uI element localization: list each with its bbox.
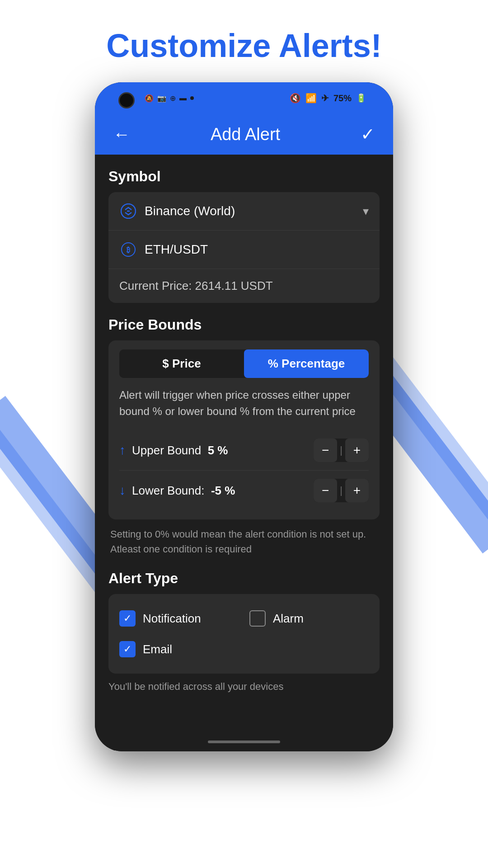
lower-bound-arrow-icon: ↓ — [119, 483, 126, 498]
confirm-button[interactable]: ✓ — [361, 124, 375, 144]
symbol-card: Binance (World) ▾ ₿ ETH/USDT Current — [108, 192, 380, 303]
email-group: ✓ Email — [119, 641, 369, 657]
mute-icon: 🔇 — [290, 93, 301, 104]
battery-text: 75% — [333, 93, 352, 104]
lower-bound-decrease-button[interactable]: − — [314, 479, 337, 502]
upper-bound-label: Upper Bound 5 % — [132, 443, 307, 458]
price-type-tabs: $ Price % Percentage — [119, 349, 369, 378]
battery-icon: 🔋 — [356, 93, 366, 103]
pair-name: ETH/USDT — [145, 242, 369, 257]
current-price-row: Current Price: 2614.11 USDT — [108, 269, 380, 303]
crypto-icon: ₿ — [119, 241, 137, 259]
tab-price[interactable]: $ Price — [119, 349, 244, 378]
price-bounds-description: Alert will trigger when price crosses ei… — [119, 387, 369, 420]
alarm-group: Alarm — [249, 610, 369, 627]
pair-row[interactable]: ₿ ETH/USDT — [108, 231, 380, 269]
alarm-checkbox[interactable] — [249, 610, 266, 627]
lower-bound-increase-button[interactable]: + — [345, 479, 369, 502]
stepper-divider: | — [337, 444, 345, 456]
price-bounds-title: Price Bounds — [108, 316, 380, 333]
alert-type-title: Alert Type — [108, 570, 380, 587]
status-bar: 🔕 📷 ⊕ ▬ 🔇 📶 ✈ 75% 🔋 — [95, 82, 393, 114]
email-label: Email — [143, 642, 172, 656]
camera-hole — [118, 92, 135, 108]
email-row: ✓ Email — [119, 634, 369, 665]
page-title: Customize Alerts! — [106, 27, 381, 64]
lower-bound-row: ↓ Lower Bound: -5 % − | + — [119, 471, 369, 510]
lower-bound-stepper: − | + — [314, 479, 369, 502]
exchange-icon — [119, 202, 137, 220]
lower-bound-label: Lower Bound: -5 % — [132, 484, 307, 498]
email-checkbox[interactable]: ✓ — [119, 641, 136, 657]
upper-bound-arrow-icon: ↑ — [119, 443, 126, 458]
back-button[interactable]: ← — [113, 125, 130, 144]
dropdown-icon[interactable]: ▾ — [363, 204, 369, 218]
app-bar-title: Add Alert — [211, 125, 280, 144]
notification-checkbox[interactable]: ✓ — [119, 610, 136, 627]
screen-content: Symbol Binance (World) ▾ — [95, 155, 393, 751]
airplane-icon: ✈ — [321, 93, 329, 104]
current-price-text: Current Price: 2614.11 USDT — [119, 279, 273, 292]
stepper-divider-2: | — [337, 485, 345, 496]
status-right-icons: 🔇 📶 ✈ 75% 🔋 — [290, 93, 366, 104]
upper-bound-stepper: − | + — [314, 439, 369, 462]
notification-hint-text: You'll be notified across all your devic… — [108, 681, 380, 693]
home-bar — [208, 741, 280, 743]
tab-percentage[interactable]: % Percentage — [244, 349, 369, 378]
symbol-section-title: Symbol — [108, 168, 380, 185]
bounds-hint-text: Setting to 0% would mean the alert condi… — [108, 527, 380, 557]
upper-bound-decrease-button[interactable]: − — [314, 439, 337, 462]
notification-group: ✓ Notification — [119, 610, 239, 627]
upper-bound-row: ↑ Upper Bound 5 % − | + — [119, 430, 369, 471]
notification-alarm-row: ✓ Notification Alarm — [119, 603, 369, 634]
alert-type-card: ✓ Notification Alarm ✓ Email — [108, 594, 380, 674]
alarm-label: Alarm — [273, 612, 304, 626]
wifi-icon: 📶 — [305, 93, 317, 104]
exchange-row[interactable]: Binance (World) ▾ — [108, 192, 380, 231]
phone-frame: 🔕 📷 ⊕ ▬ 🔇 📶 ✈ 75% 🔋 ← Add Alert ✓ Sym — [95, 82, 393, 751]
price-bounds-card: $ Price % Percentage Alert will trigger … — [108, 340, 380, 519]
notification-label: Notification — [143, 612, 201, 626]
status-left-icons: 🔕 📷 ⊕ ▬ — [145, 94, 194, 103]
svg-text:₿: ₿ — [127, 246, 130, 254]
exchange-name: Binance (World) — [145, 204, 356, 218]
app-bar: ← Add Alert ✓ — [95, 114, 393, 155]
upper-bound-increase-button[interactable]: + — [345, 439, 369, 462]
